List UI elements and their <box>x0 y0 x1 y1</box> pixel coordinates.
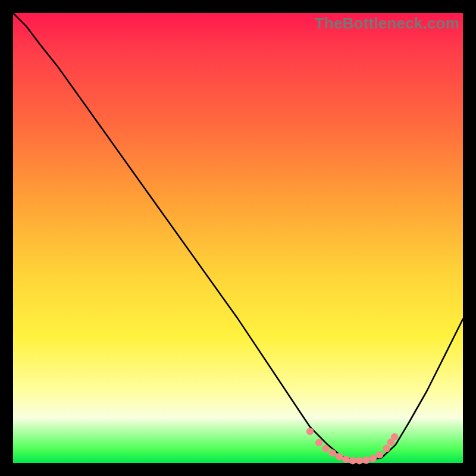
minimum-marker <box>315 439 322 446</box>
minimum-marker <box>391 433 398 440</box>
minimum-markers <box>306 428 399 465</box>
minimum-marker <box>306 428 314 435</box>
chart-frame: TheBottleneck.com <box>13 13 463 463</box>
minimum-marker <box>336 453 343 460</box>
minimum-marker <box>369 455 377 462</box>
minimum-marker <box>376 451 383 458</box>
minimum-marker <box>342 456 349 463</box>
minimum-marker <box>322 445 329 452</box>
minimum-marker <box>362 456 369 464</box>
minimum-marker <box>329 449 336 456</box>
chart-svg <box>13 13 463 463</box>
minimum-marker <box>356 457 363 464</box>
watermark-label: TheBottleneck.com <box>315 14 459 33</box>
minimum-marker <box>349 457 356 464</box>
bottleneck-curve <box>13 13 463 461</box>
minimum-marker <box>383 445 390 452</box>
